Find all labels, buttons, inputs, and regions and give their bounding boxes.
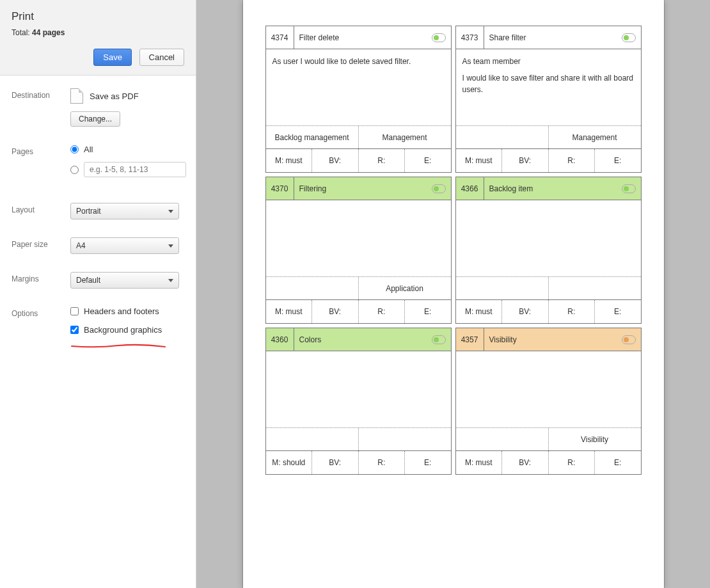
- layout-select[interactable]: Portrait: [70, 203, 179, 219]
- change-destination-button[interactable]: Change...: [70, 111, 120, 127]
- card-footer-cell: E:: [595, 300, 641, 323]
- card-footer-cell: R:: [549, 451, 596, 474]
- card-footer-cell: M: must: [456, 149, 503, 172]
- headers-footers-label: Headers and footers: [84, 306, 159, 316]
- cancel-button[interactable]: Cancel: [139, 49, 184, 66]
- card-footer-cell: E:: [405, 451, 451, 474]
- pages-range-radio[interactable]: [70, 166, 79, 174]
- card-footer-cell: M: should: [266, 451, 313, 474]
- setting-layout: Layout Portrait: [12, 203, 184, 219]
- card-footer-cell: M: must: [456, 451, 503, 474]
- card-id: 4360: [266, 328, 294, 351]
- card-footer-cell: E:: [595, 451, 641, 474]
- card-footer-cell: M: must: [456, 300, 503, 323]
- card-tag: Backlog management: [266, 126, 359, 148]
- print-title: Print: [12, 10, 184, 23]
- card-footer-cell: BV:: [502, 451, 549, 474]
- margins-label: Margins: [12, 272, 70, 283]
- card-body: As user I would like to delete saved fil…: [266, 49, 451, 126]
- card-tag: [549, 277, 641, 299]
- card-footer-cell: BV:: [502, 149, 549, 172]
- card-footer-cell: R:: [359, 300, 406, 323]
- card-footer-cell: BV:: [312, 300, 359, 323]
- layout-label: Layout: [12, 203, 70, 214]
- card-tag: [456, 126, 549, 148]
- card-footer-cell: BV:: [502, 300, 549, 323]
- margins-value: Default: [76, 276, 100, 285]
- preview-card: 4374Filter deleteAs user I would like to…: [265, 26, 452, 173]
- card-footer-row: M: mustBV:R:E:: [266, 149, 451, 172]
- card-toggle-icon: [622, 184, 636, 193]
- card-footer-cell: R:: [549, 149, 596, 172]
- card-body: As team memberI would like to save filte…: [456, 49, 641, 126]
- card-title: Share filter: [489, 33, 622, 42]
- card-toggle-icon: [432, 33, 446, 42]
- card-footer-cell: R:: [359, 451, 406, 474]
- setting-destination: Destination Save as PDF Change...: [12, 88, 184, 127]
- save-button[interactable]: Save: [93, 49, 132, 66]
- card-footer-cell: R:: [549, 300, 596, 323]
- preview-card: 4373Share filterAs team memberI would li…: [455, 26, 642, 173]
- print-header: Print Total: 44 pages Save Cancel: [0, 0, 196, 75]
- paper-size-select[interactable]: A4: [70, 237, 179, 254]
- chevron-down-icon: [168, 210, 173, 213]
- card-tag: [266, 428, 359, 450]
- preview-card: 4366Backlog itemM: mustBV:R:E:: [455, 177, 642, 324]
- card-body: [456, 351, 641, 428]
- paper-value: A4: [76, 241, 86, 250]
- card-body-line: As user I would like to delete saved fil…: [272, 56, 445, 67]
- card-footer-cell: M: must: [266, 149, 313, 172]
- card-footer-cell: E:: [405, 149, 451, 172]
- background-graphics-label: Background graphics: [84, 325, 162, 335]
- options-label: Options: [12, 306, 70, 318]
- card-body-line: As team member: [462, 56, 635, 67]
- card-tag: Management: [359, 126, 451, 148]
- headers-footers-checkbox[interactable]: [70, 307, 79, 315]
- card-grid: 4374Filter deleteAs user I would like to…: [265, 26, 642, 475]
- card-tag: [456, 277, 549, 299]
- card-footer-cell: BV:: [312, 149, 359, 172]
- card-id: 4370: [266, 177, 294, 200]
- pages-all-label: All: [84, 145, 93, 154]
- chevron-down-icon: [168, 244, 173, 248]
- card-title: Colors: [299, 335, 432, 344]
- card-id: 4357: [456, 328, 484, 351]
- card-tag: Management: [549, 126, 641, 148]
- print-settings-panel: Print Total: 44 pages Save Cancel Destin…: [0, 0, 196, 588]
- preview-card: 4360ColorsM: shouldBV:R:E:: [265, 328, 452, 475]
- card-tag: [359, 428, 451, 450]
- card-body: [456, 200, 641, 277]
- card-title-cell: Colors: [294, 328, 451, 351]
- card-tags-row: Management: [456, 126, 641, 149]
- card-title: Visibility: [489, 335, 622, 344]
- card-footer-cell: R:: [359, 149, 406, 172]
- card-footer-cell: E:: [595, 149, 641, 172]
- setting-options: Options Headers and footers Background g…: [12, 306, 184, 349]
- total-prefix: Total:: [12, 28, 32, 37]
- destination-label: Destination: [12, 88, 70, 100]
- card-footer-row: M: mustBV:R:E:: [456, 300, 641, 323]
- card-tags-row: [266, 428, 451, 451]
- card-tag: Visibility: [549, 428, 641, 450]
- preview-page: 4374Filter deleteAs user I would like to…: [243, 0, 664, 588]
- total-count: 44 pages: [32, 28, 65, 37]
- margins-select[interactable]: Default: [70, 272, 179, 289]
- pages-range-input[interactable]: [84, 162, 186, 177]
- card-id: 4374: [266, 26, 294, 49]
- card-title-cell: Visibility: [484, 328, 641, 351]
- card-toggle-icon: [432, 184, 446, 193]
- card-tags-row: [456, 277, 641, 300]
- card-title-cell: Share filter: [484, 26, 641, 49]
- pages-label: Pages: [12, 145, 70, 156]
- setting-paper-size: Paper size A4: [12, 237, 184, 254]
- card-footer-cell: E:: [405, 300, 451, 323]
- card-footer-cell: BV:: [312, 451, 359, 474]
- pages-all-radio[interactable]: [70, 145, 79, 154]
- preview-card: 4357VisibilityVisibilityM: mustBV:R:E:: [455, 328, 642, 475]
- annotation-underline: [70, 344, 166, 349]
- destination-name: Save as PDF: [90, 91, 139, 101]
- card-title-cell: Backlog item: [484, 177, 641, 200]
- chevron-down-icon: [168, 279, 173, 282]
- card-title-cell: Filtering: [294, 177, 451, 200]
- background-graphics-checkbox[interactable]: [70, 326, 79, 334]
